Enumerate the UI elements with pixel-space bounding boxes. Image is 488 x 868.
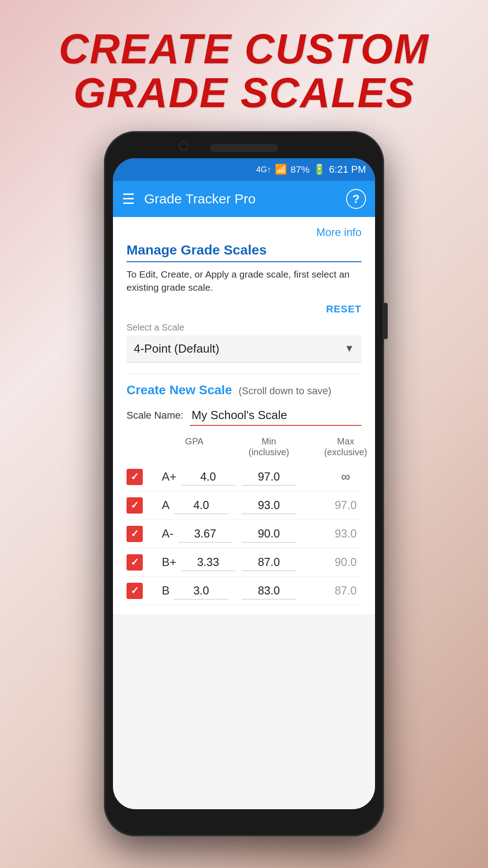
gpa-input[interactable]: [181, 468, 235, 486]
time-display: 6:21 PM: [329, 164, 366, 175]
section-description: To Edit, Create, or Apply a grade scale,…: [127, 268, 361, 294]
gpa-input[interactable]: [174, 497, 228, 514]
grade-table-header: GPA Min (inclusive) Max (exclusive): [127, 433, 361, 460]
phone-speaker: [210, 144, 278, 152]
reset-row: RESET: [127, 303, 361, 315]
grade-label: A-: [158, 527, 174, 541]
hamburger-menu-icon[interactable]: ☰: [122, 192, 135, 206]
checkmark-icon: ✓: [131, 500, 139, 511]
grade-label: A+: [158, 470, 177, 484]
min-input[interactable]: [242, 468, 296, 486]
col-header-check: [127, 433, 158, 460]
gpa-input[interactable]: [174, 582, 228, 599]
selected-scale-text: 4-Point (Default): [134, 342, 219, 356]
dropdown-chevron-icon: ▼: [344, 343, 354, 354]
hero-title: CREATE CUSTOM GRADE SCALES: [0, 27, 488, 114]
grade-label: B+: [158, 555, 177, 569]
max-value: 87.0: [335, 584, 357, 597]
min-input[interactable]: [242, 554, 296, 571]
grade-checkbox[interactable]: ✓: [127, 526, 143, 542]
checkmark-icon: ✓: [131, 471, 139, 483]
phone-side-button: [383, 303, 388, 339]
infinity-symbol: ∞: [341, 470, 350, 484]
reset-button[interactable]: RESET: [326, 303, 361, 315]
min-input[interactable]: [242, 525, 296, 542]
col-header-gpa: GPA: [158, 433, 230, 460]
max-value: 97.0: [335, 499, 357, 511]
grade-checkbox[interactable]: ✓: [127, 497, 143, 514]
table-row: ✓ A+ ∞: [127, 463, 361, 491]
help-icon[interactable]: ?: [346, 189, 366, 209]
grade-checkbox[interactable]: ✓: [127, 583, 143, 599]
battery-percent: 87%: [291, 164, 310, 175]
phone-camera: [178, 141, 188, 151]
app-bar: ☰ Grade Tracker Pro ?: [113, 181, 375, 217]
phone-container: 4G↑ 📶 87% 🔋 6:21 PM ☰ Grade Tracker Pro …: [104, 131, 384, 836]
phone-frame: 4G↑ 📶 87% 🔋 6:21 PM ☰ Grade Tracker Pro …: [104, 131, 384, 836]
min-input[interactable]: [242, 582, 296, 599]
table-row: ✓ A 97.0: [127, 491, 361, 520]
table-row: ✓ B+ 90.0: [127, 548, 361, 577]
gpa-input[interactable]: [178, 525, 232, 542]
scale-name-input[interactable]: [190, 406, 361, 426]
app-bar-title: Grade Tracker Pro: [144, 191, 337, 207]
checkmark-icon: ✓: [131, 557, 139, 568]
create-scale-header: Create New Scale (Scroll down to save): [127, 383, 361, 397]
content-area: More info Manage Grade Scales To Edit, C…: [113, 217, 375, 614]
checkmark-icon: ✓: [131, 528, 139, 540]
hero-title-line2: GRADE SCALES: [0, 71, 488, 115]
scale-name-label: Scale Name:: [127, 410, 183, 421]
more-info-link[interactable]: More info: [316, 226, 361, 239]
grade-label: A: [158, 498, 169, 512]
col-header-max: Max (exclusive): [307, 433, 375, 460]
table-row: ✓ A- 93.0: [127, 520, 361, 548]
scale-name-row: Scale Name:: [127, 406, 361, 426]
battery-icon: 🔋: [313, 164, 325, 175]
section-title: Manage Grade Scales: [127, 242, 361, 262]
gpa-input[interactable]: [181, 554, 235, 571]
max-value: 93.0: [335, 527, 357, 540]
max-value: 90.0: [335, 556, 357, 568]
grade-rows-container: ✓ A+ ∞ ✓ A 97.0 ✓ A-: [127, 463, 361, 605]
more-info-row: More info: [127, 226, 361, 239]
help-icon-label: ?: [352, 192, 360, 206]
grade-checkbox[interactable]: ✓: [127, 469, 143, 485]
col-header-min: Min (inclusive): [230, 433, 307, 460]
grade-label: B: [158, 584, 169, 598]
min-input[interactable]: [242, 497, 296, 514]
checkmark-icon: ✓: [131, 585, 139, 597]
signal-icon: 4G↑: [256, 165, 271, 175]
signal-bars-icon: 📶: [275, 164, 287, 175]
table-row: ✓ B 87.0: [127, 577, 361, 605]
hero-title-line1: CREATE CUSTOM: [0, 27, 488, 71]
create-scale-hint: (Scroll down to save): [239, 385, 331, 396]
status-bar: 4G↑ 📶 87% 🔋 6:21 PM: [113, 158, 375, 181]
scale-selector[interactable]: 4-Point (Default) ▼: [127, 335, 361, 363]
grade-checkbox[interactable]: ✓: [127, 554, 143, 571]
status-bar-icons: 4G↑ 📶 87% 🔋 6:21 PM: [256, 164, 366, 175]
create-scale-title: Create New Scale: [127, 383, 232, 397]
select-label: Select a Scale: [127, 322, 361, 333]
divider: [127, 373, 361, 374]
phone-screen: 4G↑ 📶 87% 🔋 6:21 PM ☰ Grade Tracker Pro …: [113, 158, 375, 809]
